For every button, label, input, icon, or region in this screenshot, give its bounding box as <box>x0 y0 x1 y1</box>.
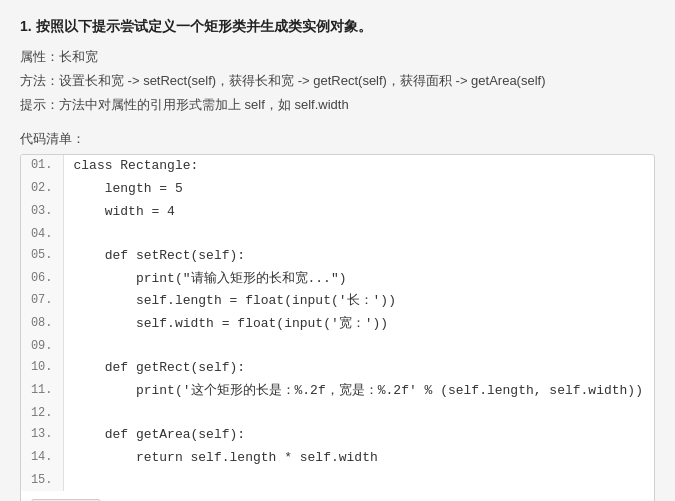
line-number: 12. <box>21 403 63 424</box>
line-code: def setRect(self): <box>63 245 654 268</box>
table-row: 04. <box>21 224 654 245</box>
table-row: 09. <box>21 336 654 357</box>
table-row: 12. <box>21 403 654 424</box>
line-number: 06. <box>21 268 63 291</box>
line-code: class Rectangle: <box>63 155 654 178</box>
table-row: 02. length = 5 <box>21 178 654 201</box>
line-code <box>63 224 654 245</box>
line-number: 13. <box>21 424 63 447</box>
table-row: 06. print("请输入矩形的长和宽...") <box>21 268 654 291</box>
table-row: 10. def getRect(self): <box>21 357 654 380</box>
line-number: 05. <box>21 245 63 268</box>
line-number: 07. <box>21 290 63 313</box>
line-number: 08. <box>21 313 63 336</box>
line-number: 09. <box>21 336 63 357</box>
line-number: 01. <box>21 155 63 178</box>
table-row: 15. <box>21 470 654 491</box>
line-number: 11. <box>21 380 63 403</box>
methods-label: 方法：设置长和宽 -> setRect(self)，获得长和宽 -> getRe… <box>20 70 655 92</box>
copy-button-area: 复制代码 <box>21 491 654 501</box>
line-code: self.width = float(input('宽：')) <box>63 313 654 336</box>
line-code <box>63 470 654 491</box>
table-row: 05. def setRect(self): <box>21 245 654 268</box>
line-code: self.length = float(input('长：')) <box>63 290 654 313</box>
line-code: def getRect(self): <box>63 357 654 380</box>
attributes-label: 属性：长和宽 <box>20 46 655 68</box>
line-number: 15. <box>21 470 63 491</box>
table-row: 11. print('这个矩形的长是：%.2f，宽是：%.2f' % (self… <box>21 380 654 403</box>
table-row: 13. def getArea(self): <box>21 424 654 447</box>
table-row: 14. return self.length * self.width <box>21 447 654 470</box>
line-number: 02. <box>21 178 63 201</box>
line-code: length = 5 <box>63 178 654 201</box>
table-row: 08. self.width = float(input('宽：')) <box>21 313 654 336</box>
line-number: 10. <box>21 357 63 380</box>
line-number: 04. <box>21 224 63 245</box>
instruction-title: 1. 按照以下提示尝试定义一个矩形类并生成类实例对象。 <box>20 18 655 36</box>
code-container: 01.class Rectangle:02. length = 503. wid… <box>20 154 655 501</box>
code-table: 01.class Rectangle:02. length = 503. wid… <box>21 155 654 491</box>
line-code: def getArea(self): <box>63 424 654 447</box>
line-number: 14. <box>21 447 63 470</box>
instruction-block: 1. 按照以下提示尝试定义一个矩形类并生成类实例对象。 属性：长和宽 方法：设置… <box>20 18 655 116</box>
line-code: return self.length * self.width <box>63 447 654 470</box>
instruction-detail: 属性：长和宽 方法：设置长和宽 -> setRect(self)，获得长和宽 -… <box>20 46 655 116</box>
table-row: 03. width = 4 <box>21 201 654 224</box>
table-row: 01.class Rectangle: <box>21 155 654 178</box>
line-code: print("请输入矩形的长和宽...") <box>63 268 654 291</box>
code-section-label: 代码清单： <box>20 130 655 148</box>
line-code: width = 4 <box>63 201 654 224</box>
hint-label: 提示：方法中对属性的引用形式需加上 self，如 self.width <box>20 94 655 116</box>
line-number: 03. <box>21 201 63 224</box>
line-code <box>63 336 654 357</box>
table-row: 07. self.length = float(input('长：')) <box>21 290 654 313</box>
line-code <box>63 403 654 424</box>
line-code: print('这个矩形的长是：%.2f，宽是：%.2f' % (self.len… <box>63 380 654 403</box>
